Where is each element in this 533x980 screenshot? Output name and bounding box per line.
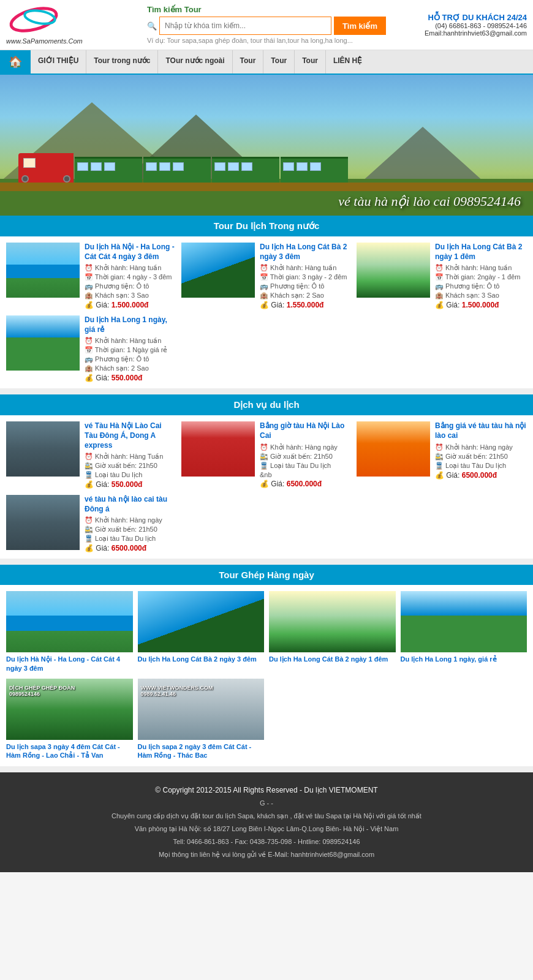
- dv-title-2[interactable]: Bảng giờ tàu Hà Nội Lào Cai: [260, 421, 352, 440]
- tour-thumb-2[interactable]: [181, 243, 255, 298]
- tour-item-3: Du lịch Ha Long Cát Bà 2 ngày 1 đêm ⏰ Kh…: [357, 243, 527, 309]
- gallery-label-2: Du lịch Ha Long Cát Bà 2 ngày 3 đêm: [138, 655, 265, 663]
- support-phone: (04) 66861-863 - 0989524-146: [392, 22, 527, 29]
- gallery-label-4: Du lịch Ha Long 1 ngày, giá rẻ: [401, 655, 527, 663]
- tour-thumb-1[interactable]: [6, 243, 80, 298]
- train-car-1: [75, 157, 142, 183]
- locomotive: [18, 153, 74, 183]
- nav-item-tour-trong-nuoc[interactable]: Tour trong nước: [86, 50, 158, 74]
- dich-vu-item-3: Bảng giá vé tàu tàu hà nội lào cai ⏰ Khở…: [357, 421, 527, 489]
- train-car-4: [281, 157, 348, 183]
- dv-title-1[interactable]: vé Tàu Hà Nội Lào Cai Tàu Đông Á, Dong A…: [85, 421, 176, 450]
- mountain-right: [361, 127, 484, 182]
- svg-point-0: [9, 5, 59, 34]
- logo-text: www.SaPamoments.Com: [6, 37, 141, 45]
- dich-vu-item-1: vé Tàu Hà Nội Lào Cai Tàu Đông Á, Dong A…: [6, 421, 176, 489]
- support-area: HỖ TRỢ DU KHÁCH 24/24 (04) 66861-863 - 0…: [392, 13, 527, 37]
- footer-line3: Tell: 0466-861-863 - Fax: 0438-735-098 -…: [12, 835, 521, 848]
- nav-home-button[interactable]: 🏠: [0, 50, 31, 74]
- tour-item-2: Du lịch Ha Long Cát Bà 2 ngày 3 đêm ⏰ Kh…: [181, 243, 352, 309]
- gallery-item-3[interactable]: Du lịch Ha Long Cát Bà 2 ngày 1 đêm: [269, 591, 396, 673]
- nav-item-gioi-thieu[interactable]: GIỚI THIỆU: [31, 50, 86, 74]
- tour-title-extra[interactable]: Du lịch Ha Long 1 ngày, giá rẻ: [85, 315, 178, 334]
- train: [18, 153, 348, 183]
- support-email: Email:hanhtrinhviet63@gmail.com: [392, 29, 527, 37]
- tour-info-1: Du lịch Hà Nội - Ha Long - Cát Cát 4 ngà…: [85, 243, 176, 309]
- section2-header: Dịch vụ du lịch: [0, 394, 533, 415]
- gallery-label-3: Du lịch Ha Long Cát Bà 2 ngày 1 đêm: [269, 655, 396, 663]
- footer-copyright: © Copyright 2012-2015 All Rights Reserve…: [12, 783, 521, 797]
- section2-content: vé Tàu Hà Nội Lào Cai Tàu Đông Á, Dong A…: [0, 415, 533, 559]
- gallery-label-1: Du lịch Hà Nội - Ha Long - Cát Cát 4 ngà…: [6, 655, 133, 673]
- logo-area: www.SaPamoments.Com: [6, 5, 141, 45]
- banner: vé tàu hà nội lào cai 0989524146: [0, 75, 533, 216]
- home-icon: 🏠: [9, 55, 22, 69]
- tour-thoi-gian-1: 📅 Thời gian: 4 ngày - 3 đêm: [85, 273, 176, 281]
- tour-info-2: Du lịch Ha Long Cát Bà 2 ngày 3 đêm ⏰ Kh…: [260, 243, 352, 309]
- nav-item-tour-1[interactable]: Tour: [233, 50, 264, 74]
- tour-info-3: Du lịch Ha Long Cát Bà 2 ngày 1 đêm ⏰ Kh…: [435, 243, 527, 309]
- logo-svg: [6, 5, 80, 34]
- dv-title-3[interactable]: Bảng giá vé tàu tàu hà nội lào cai: [435, 421, 527, 440]
- gallery-bottom-label-1: Du lịch sapa 3 ngày 4 đêm Cát Cát - Hàm …: [6, 742, 133, 760]
- tour-thumb-3[interactable]: [357, 243, 430, 298]
- footer-line4: Mọi thông tin liên hệ vui lòng gửi về E-…: [12, 848, 521, 861]
- tour-title-3[interactable]: Du lịch Ha Long Cát Bà 2 ngày 1 đêm: [435, 243, 527, 262]
- gallery-bottom-2[interactable]: WWW.VIETWONDERS.COM0989.52.41.46 Du lịch…: [138, 679, 265, 760]
- footer-line2: Văn phòng tại Hà Nội: số 18/27 Long Biên…: [12, 823, 521, 835]
- search-label: Tìm kiếm Tour: [147, 5, 386, 14]
- tour-gia-1: 💰 Giá: 1.500.000đ: [85, 301, 176, 309]
- svg-point-1: [24, 9, 56, 26]
- train-car-3: [212, 157, 279, 183]
- tour-item-1: Du lịch Hà Nội - Ha Long - Cát Cát 4 ngà…: [6, 243, 176, 309]
- tour-khoi-hanh-1: ⏰ Khởi hành: Hàng tuần: [85, 264, 176, 272]
- gallery-bottom-label-2: Du lịch sapa 2 ngày 3 đêm Cát Cát - Hàm …: [138, 742, 265, 760]
- nav-item-tour-2[interactable]: Tour: [263, 50, 295, 74]
- tour-extra: Du lịch Ha Long 1 ngày, giá rẻ ⏰ Khởi hà…: [6, 315, 178, 382]
- footer-sep: G - -: [12, 797, 521, 810]
- search-input[interactable]: [159, 17, 331, 35]
- rail-track: [0, 183, 533, 191]
- navbar: 🏠 GIỚI THIỆU Tour trong nước TOur nước n…: [0, 50, 533, 75]
- support-title: HỖ TRỢ DU KHÁCH 24/24: [392, 13, 527, 22]
- banner-text: vé tàu hà nội lào cai 0989524146: [338, 194, 521, 209]
- header: www.SaPamoments.Com Tìm kiếm Tour 🔍 Tìm …: [0, 0, 533, 50]
- section1-header: Tour Du lịch Trong nước: [0, 216, 533, 236]
- nav-item-tour-3[interactable]: Tour: [295, 50, 326, 74]
- section1-content: Du lịch Hà Nội - Ha Long - Cát Cát 4 ngà…: [0, 236, 533, 388]
- dich-vu-extra: vé tàu hà nội lào cai tàu Đông á ⏰ Khởi …: [6, 495, 178, 552]
- tour-title-2[interactable]: Du lịch Ha Long Cát Bà 2 ngày 3 đêm: [260, 243, 352, 262]
- gallery-item-2[interactable]: Du lịch Ha Long Cát Bà 2 ngày 3 đêm: [138, 591, 265, 673]
- nav-item-tour-nuoc-ngoai[interactable]: TOur nước ngoài: [158, 50, 232, 74]
- search-button[interactable]: Tìm kiếm: [334, 17, 386, 35]
- dv-thumb-2[interactable]: [181, 421, 255, 477]
- tour-title-1[interactable]: Du lịch Hà Nội - Ha Long - Cát Cát 4 ngà…: [85, 243, 176, 262]
- gallery-item-1[interactable]: Du lịch Hà Nội - Ha Long - Cát Cát 4 ngà…: [6, 591, 133, 673]
- search-area: Tìm kiếm Tour 🔍 Tìm kiếm Ví dụ: Tour sap…: [141, 5, 392, 45]
- search-icon: 🔍: [147, 21, 157, 31]
- dv-thumb-3[interactable]: [357, 421, 430, 477]
- section3-header: Tour Ghép Hàng ngày: [0, 565, 533, 585]
- gallery-bottom-1[interactable]: DỊCH GHÉP GHÉP ĐOÀN0989524146 Du lịch sa…: [6, 679, 133, 760]
- dv-thumb-extra[interactable]: [6, 495, 80, 550]
- footer: © Copyright 2012-2015 All Rights Reserve…: [0, 772, 533, 872]
- tour-phuong-tien-1: 🚌 Phương tiện: Ô tô: [85, 282, 176, 290]
- gallery-item-4[interactable]: Du lịch Ha Long 1 ngày, giá rẻ: [401, 591, 527, 673]
- section3-content: Du lịch Hà Nội - Ha Long - Cát Cát 4 ngà…: [0, 585, 533, 766]
- tour-khach-san-1: 🏨 Khách sạn: 3 Sao: [85, 292, 176, 300]
- footer-line1: Chuyên cung cấp dịch vụ đặt tour du lịch…: [12, 810, 521, 823]
- nav-item-lien-he[interactable]: LIÊN HỆ: [326, 50, 369, 74]
- dv-thumb-1[interactable]: [6, 421, 80, 477]
- dv-title-extra[interactable]: vé tàu hà nội lào cai tàu Đông á: [85, 495, 178, 514]
- dich-vu-item-2: Bảng giờ tàu Hà Nội Lào Cai ⏰ Khởi hành:…: [181, 421, 352, 489]
- tour-info-extra: Du lịch Ha Long 1 ngày, giá rẻ ⏰ Khởi hà…: [85, 315, 178, 382]
- train-car-2: [143, 157, 211, 183]
- tour-thumb-extra[interactable]: [6, 315, 80, 371]
- search-example: Ví dụ: Tour sapa,sapa ghép đoàn, tour th…: [147, 37, 386, 45]
